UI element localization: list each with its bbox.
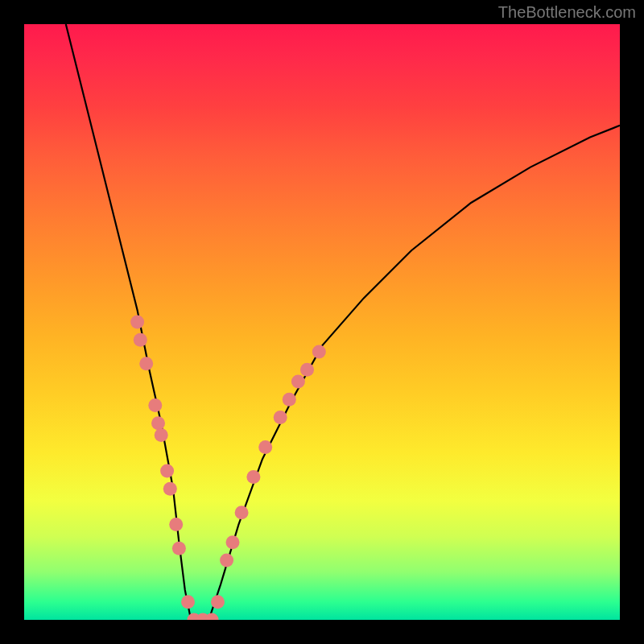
data-marker	[151, 416, 165, 430]
chart-frame: TheBottleneck.com	[0, 0, 644, 644]
data-marker	[274, 411, 287, 424]
data-marker	[148, 398, 162, 412]
data-marker	[160, 464, 174, 478]
data-marker	[205, 613, 219, 621]
data-marker	[312, 345, 326, 359]
plot-area	[24, 24, 620, 620]
data-marker	[130, 316, 144, 329]
data-marker	[139, 357, 153, 370]
data-markers	[130, 316, 326, 621]
data-marker	[300, 363, 314, 377]
watermark-label: TheBottleneck.com	[498, 3, 636, 22]
data-marker	[134, 333, 147, 347]
data-marker	[163, 482, 177, 496]
data-marker	[220, 554, 233, 568]
data-marker	[155, 428, 168, 442]
data-marker	[169, 518, 183, 531]
data-marker	[181, 595, 195, 609]
data-marker	[235, 506, 249, 519]
data-marker	[211, 595, 225, 609]
data-marker	[258, 440, 272, 454]
chart-svg	[24, 24, 620, 620]
data-marker	[172, 542, 186, 555]
data-marker	[283, 393, 296, 407]
data-marker	[226, 535, 240, 549]
data-marker	[291, 375, 305, 389]
bottleneck-curve	[66, 24, 620, 620]
data-marker	[246, 470, 260, 484]
